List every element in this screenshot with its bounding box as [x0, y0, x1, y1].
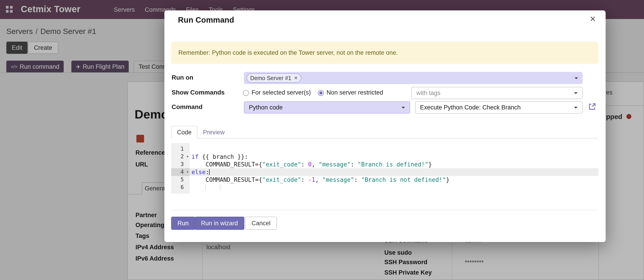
code-line-2[interactable]: if {{ branch }}:	[190, 153, 598, 161]
text-cursor	[209, 169, 210, 175]
indent-guide	[220, 185, 220, 190]
code-line-3[interactable]: COMMAND_RESULT={"exit_code": 0, "message…	[190, 161, 598, 168]
radio-non-server-restricted-label[interactable]: Non server restricted	[326, 89, 383, 96]
server-tag[interactable]: Demo Server #1 ✕	[246, 73, 302, 83]
run-button[interactable]: Run	[171, 217, 195, 230]
gutter-line-6: 6	[171, 184, 190, 191]
radio-for-selected-servers-label[interactable]: For selected server(s)	[252, 89, 311, 96]
radio-non-server-restricted[interactable]	[318, 90, 324, 96]
gutter-line-3: 3	[171, 161, 190, 168]
server-tag-label: Demo Server #1	[250, 75, 291, 81]
tab-preview[interactable]: Preview	[197, 126, 230, 138]
run-command-modal: Run Command × Remember: Python code is e…	[164, 11, 606, 242]
chevron-down-icon	[574, 106, 578, 110]
tag-remove-icon[interactable]: ✕	[294, 76, 298, 80]
code-line-6[interactable]	[190, 184, 598, 191]
radio-for-selected-servers[interactable]	[243, 90, 249, 96]
code-editor[interactable]: 12▾34▾56 if {{ branch }}: COMMAND_RESULT…	[171, 143, 598, 194]
with-tags-placeholder: with tags	[416, 90, 440, 96]
tab-code[interactable]: Code	[171, 126, 197, 138]
code-line-1[interactable]	[190, 145, 598, 153]
with-tags-select[interactable]: with tags	[412, 87, 582, 99]
close-icon[interactable]: ×	[590, 14, 596, 24]
indent-guide	[206, 185, 206, 190]
gutter-line-4: 4▾	[171, 168, 190, 176]
tabbar-divider	[171, 138, 598, 138]
gutter-line-1: 1	[171, 145, 190, 153]
command-value: Execute Python Code: Check Branch	[420, 104, 521, 111]
external-link-icon[interactable]	[588, 103, 596, 111]
fold-arrow-icon[interactable]: ▾	[186, 168, 189, 176]
cancel-button[interactable]: Cancel	[245, 217, 277, 230]
warning-alert: Remember: Python code is executed on the…	[171, 42, 598, 64]
command-type-select[interactable]: Python code	[244, 101, 410, 113]
command-type-value: Python code	[249, 104, 283, 111]
run-on-label: Run on	[172, 74, 193, 81]
fold-arrow-icon[interactable]: ▾	[186, 153, 189, 161]
gutter-line-2: 2▾	[171, 153, 190, 161]
editor-gutter: 12▾34▾56	[171, 143, 190, 194]
warning-alert-text: Remember: Python code is executed on the…	[178, 49, 398, 56]
screen: Cetmix Tower ServersCommandsFilesToolsSe…	[0, 0, 644, 280]
show-commands-label: Show Commands	[172, 89, 225, 96]
code-line-4[interactable]: else:	[190, 168, 598, 176]
chevron-down-icon	[574, 92, 578, 96]
command-label: Command	[172, 103, 202, 110]
run-on-tags-field[interactable]: Demo Server #1 ✕	[244, 72, 582, 84]
chevron-down-icon	[574, 77, 578, 81]
gutter-line-5: 5	[171, 176, 190, 184]
footer-divider	[171, 210, 598, 210]
code-line-5[interactable]: COMMAND_RESULT={"exit_code": -1, "messag…	[190, 176, 598, 184]
editor-lines[interactable]: if {{ branch }}: COMMAND_RESULT={"exit_c…	[190, 143, 598, 194]
chevron-down-icon	[402, 106, 405, 110]
modal-title: Run Command	[178, 15, 234, 25]
run-in-wizard-button[interactable]: Run in wizard	[195, 217, 244, 230]
command-select[interactable]: Execute Python Code: Check Branch	[415, 101, 582, 113]
